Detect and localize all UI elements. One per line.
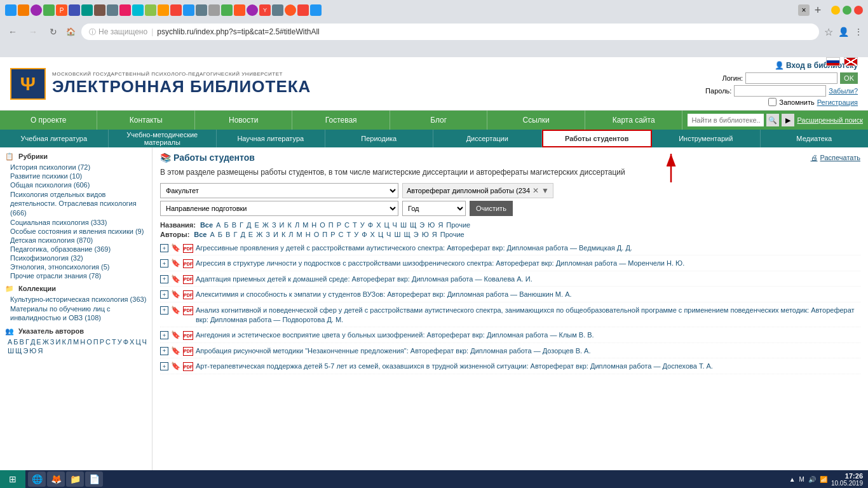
title-i[interactable]: И bbox=[278, 221, 286, 229]
pdf-icon[interactable]: PDF bbox=[183, 362, 193, 371]
author-f[interactable]: Ф bbox=[360, 231, 368, 238]
ext-icon-13[interactable] bbox=[158, 4, 169, 16]
flag-en[interactable] bbox=[844, 57, 858, 66]
clear-button[interactable]: Очистить bbox=[470, 201, 513, 216]
expand-icon[interactable]: + bbox=[160, 259, 168, 268]
sidebar-link-physiology[interactable]: Психофизиология (32) bbox=[5, 254, 147, 262]
title-n[interactable]: Н bbox=[310, 221, 318, 229]
search-button[interactable]: 🔍 bbox=[766, 114, 779, 126]
book-title-link[interactable]: Апробация рисуночной методики "Незаконче… bbox=[196, 346, 590, 356]
author-sh[interactable]: Ш bbox=[393, 231, 402, 238]
title-a[interactable]: А bbox=[215, 221, 222, 229]
title-shch[interactable]: Щ bbox=[409, 221, 417, 229]
sidebar-link-social[interactable]: Социальная психология (333) bbox=[5, 219, 147, 226]
title-kh[interactable]: Х bbox=[375, 221, 382, 229]
title-e[interactable]: Е bbox=[253, 221, 260, 229]
alpha-g[interactable]: Г bbox=[25, 338, 29, 346]
taskbar-app-4[interactable]: 📄 bbox=[85, 471, 103, 487]
password-input[interactable] bbox=[734, 85, 826, 97]
alpha-k[interactable]: К bbox=[62, 338, 65, 346]
author-ch[interactable]: Ч bbox=[385, 231, 392, 238]
alpha-ya[interactable]: Я bbox=[37, 347, 43, 355]
taskbar-app-1[interactable]: 🌐 bbox=[28, 471, 46, 487]
title-r[interactable]: Р bbox=[336, 221, 342, 229]
sidebar-link-activities[interactable]: Психология отдельных видов деятельности.… bbox=[5, 190, 147, 217]
bookmark-icon[interactable]: 🔖 bbox=[171, 274, 180, 283]
pdf-icon[interactable]: PDF bbox=[183, 244, 193, 253]
author-s[interactable]: С bbox=[337, 231, 344, 238]
title-p[interactable]: П bbox=[327, 221, 335, 229]
author-l[interactable]: Л bbox=[287, 231, 294, 238]
bookmark-icon[interactable]: 🔖 bbox=[171, 362, 180, 370]
title-zh[interactable]: Ж bbox=[261, 221, 270, 229]
author-t[interactable]: Т bbox=[345, 231, 352, 238]
author-ts[interactable]: Ц bbox=[377, 231, 384, 238]
sub-nav-science[interactable]: Научная литература bbox=[217, 130, 325, 147]
alpha-p[interactable]: П bbox=[93, 338, 98, 346]
sidebar-link-disability[interactable]: Материалы по обучению лиц с инвалидность… bbox=[5, 304, 147, 323]
title-ts[interactable]: Ц bbox=[383, 221, 390, 229]
profile-icon[interactable]: 👤 bbox=[838, 27, 849, 37]
ext-icon-25[interactable] bbox=[310, 4, 322, 16]
sidebar-link-pedagogy[interactable]: Педагогика, образование (369) bbox=[5, 245, 147, 253]
expand-icon[interactable]: + bbox=[160, 275, 168, 283]
ext-icon-21[interactable]: Y bbox=[259, 4, 271, 16]
close-button[interactable] bbox=[854, 6, 863, 15]
search-button-2[interactable]: ▶ bbox=[782, 114, 794, 126]
title-sh[interactable]: Ш bbox=[399, 221, 408, 229]
author-r[interactable]: Р bbox=[329, 231, 336, 238]
address-bar[interactable]: ⓘ Не защищено | psychlib.ru/index.php?s=… bbox=[81, 24, 819, 40]
title-o[interactable]: О bbox=[318, 221, 327, 229]
ext-icon-6[interactable] bbox=[69, 4, 80, 16]
title-g[interactable]: Г bbox=[238, 221, 245, 229]
ext-icon-20[interactable] bbox=[247, 4, 258, 16]
alpha-t[interactable]: Т bbox=[112, 338, 116, 346]
book-title-link[interactable]: Алекситимия и способность к эмпатии у ст… bbox=[196, 290, 572, 299]
taskbar-app-3[interactable]: 📁 bbox=[66, 471, 84, 487]
alpha-u[interactable]: У bbox=[118, 338, 122, 346]
title-ya[interactable]: Я bbox=[437, 221, 444, 229]
bookmark-icon[interactable]: 🔖 bbox=[171, 346, 180, 355]
author-e[interactable]: Е bbox=[247, 231, 254, 238]
author-i[interactable]: И bbox=[272, 231, 280, 238]
expand-icon[interactable]: + bbox=[160, 290, 168, 299]
ok-button[interactable]: OK bbox=[840, 72, 858, 84]
flag-ru[interactable] bbox=[826, 57, 840, 66]
nav-blog[interactable]: Блог bbox=[390, 111, 487, 130]
login-input[interactable] bbox=[745, 72, 837, 84]
sidebar-link-general[interactable]: Общая психология (606) bbox=[5, 181, 147, 189]
alpha-b[interactable]: Б bbox=[13, 338, 18, 346]
ext-icon-1[interactable] bbox=[5, 4, 17, 16]
ext-icon-23[interactable] bbox=[285, 4, 296, 16]
author-d[interactable]: Д bbox=[239, 231, 246, 238]
sidebar-link-development[interactable]: Развитие психики (10) bbox=[5, 172, 147, 180]
title-l[interactable]: Л bbox=[294, 221, 301, 229]
sidebar-link-children[interactable]: Детская психология (870) bbox=[5, 236, 147, 244]
menu-icon[interactable]: ⋮ bbox=[854, 27, 863, 37]
expand-icon[interactable]: + bbox=[160, 244, 168, 252]
bookmark-icon[interactable]: ☆ bbox=[824, 26, 833, 38]
close-tab-btn[interactable]: × bbox=[798, 4, 810, 16]
bookmark-icon[interactable]: 🔖 bbox=[171, 290, 180, 299]
book-title-link[interactable]: Ангедония и эстетическое восприятие цвет… bbox=[196, 330, 594, 340]
ext-icon-12[interactable] bbox=[145, 4, 156, 16]
ext-icon-10[interactable] bbox=[119, 4, 131, 16]
bookmark-icon[interactable]: 🔖 bbox=[171, 243, 180, 252]
ext-icon-7[interactable] bbox=[81, 4, 93, 16]
ext-icon-4[interactable] bbox=[43, 4, 55, 16]
taskbar-app-2[interactable]: 🦊 bbox=[47, 471, 65, 487]
title-e2[interactable]: Э bbox=[418, 221, 426, 229]
pdf-icon[interactable]: PDF bbox=[183, 331, 193, 340]
remember-checkbox[interactable] bbox=[768, 98, 776, 106]
ext-icon-11[interactable] bbox=[132, 4, 144, 16]
title-m[interactable]: М bbox=[301, 221, 309, 229]
bookmark-icon[interactable]: 🔖 bbox=[171, 330, 180, 339]
book-title-link[interactable]: Адаптация приемных детей к домашней сред… bbox=[196, 274, 532, 284]
ext-icon-8[interactable] bbox=[94, 4, 105, 16]
alpha-l[interactable]: Л bbox=[67, 338, 72, 346]
maximize-button[interactable] bbox=[843, 6, 851, 15]
alpha-e2[interactable]: Э bbox=[23, 347, 28, 355]
bookmark-icon[interactable]: 🔖 bbox=[171, 306, 180, 315]
ext-icon-24[interactable] bbox=[297, 4, 309, 16]
reload-button[interactable]: ↻ bbox=[46, 24, 61, 39]
